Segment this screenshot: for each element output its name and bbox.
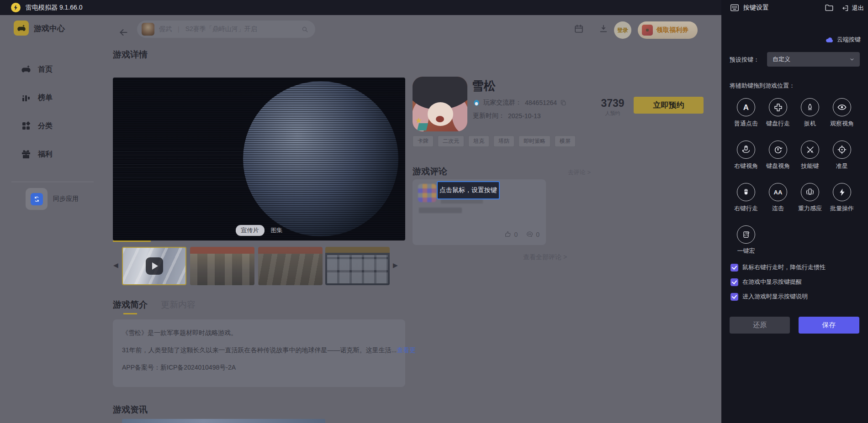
reply-button[interactable]: 0 [526,230,540,238]
search-icon[interactable] [301,26,309,33]
sidebar-divider [11,182,94,182]
tag[interactable]: 坦克 [468,136,489,147]
tab-gallery[interactable]: 图集 [271,226,283,235]
game-icon[interactable]: ★ [413,77,467,131]
preset-label: 预设按键： [730,56,759,64]
sidebar-item-label: 分类 [38,121,53,131]
key-right-click-view[interactable]: 右键视角 [730,141,762,172]
eye-icon [833,98,851,116]
app-logo-icon [11,3,21,12]
key-macro[interactable]: </> 一键宏 [730,225,762,256]
reserve-now-button[interactable]: 立即预约 [634,97,704,114]
preset-dropdown[interactable]: 自定义 [767,52,860,67]
key-trigger[interactable]: 扳机 [794,98,826,129]
copy-icon[interactable] [560,99,566,106]
main-window: 游戏中心 首页 榜单 分类 [0,15,721,423]
login-button[interactable]: 登录 [614,21,631,39]
restore-button[interactable]: 还原 [730,317,790,334]
reserve-unit: 人预约 [592,110,633,117]
view-all-comments-link[interactable]: 查看全部评论 > [523,253,567,261]
tag[interactable]: 卡牌 [413,136,434,147]
key-combo[interactable]: AA 连击 [762,183,794,214]
thumbnail-video[interactable] [122,247,186,285]
key-watch-view[interactable]: 观察视角 [826,98,858,129]
sync-apps-button[interactable] [26,188,48,210]
download-icon[interactable] [598,24,609,34]
search-bar[interactable]: 偓武｜S2赛季「鼎峙山河」开启 [137,21,315,38]
thumbnail-screenshot-3[interactable] [325,247,390,285]
gift-icon [21,149,32,160]
screen: 雷电模拟器 9.1.66.0 游戏中心 首页 榜单 [0,0,868,423]
sidebar-item-categories[interactable]: 分类 [21,120,94,132]
search-game-avatar [142,23,154,36]
tag[interactable]: 塔防 [493,136,514,147]
update-date: 2025-10-13 [508,112,541,120]
exit-button[interactable]: 退出 [842,4,864,12]
option-show-key-guide[interactable]: 进入游戏时显示按键说明 [730,292,808,301]
tab-game-intro[interactable]: 游戏简介 [113,299,148,311]
crosshair-icon [833,141,851,159]
save-button[interactable]: 保存 [799,317,859,334]
dpad-cross-icon [769,98,787,116]
back-button[interactable] [118,27,129,38]
thumbnail-screenshot-1[interactable] [190,247,254,285]
option-reduce-inertia[interactable]: 鼠标右键行走时，降低行走惯性 [730,263,826,272]
key-batch-operation[interactable]: 批量操作 [826,183,858,214]
sidebar-item-benefits[interactable]: 福利 [21,148,94,160]
news-title: 游戏资讯 [113,404,148,416]
video-scanlines [113,78,405,240]
folder-icon[interactable] [825,4,834,12]
exit-label: 退出 [852,4,864,12]
keyboard-icon [730,4,739,12]
coupon-button[interactable]: 领取福利券 [638,21,698,39]
key-skill[interactable]: 技能键 [794,141,826,172]
trailer-video[interactable]: 宣传片 图集 [113,78,405,240]
tag[interactable]: 横屏 [555,136,576,147]
checkbox-checked-icon[interactable] [730,278,738,286]
letter-aa-icon: AA [769,183,787,201]
thumbs-up-icon [504,230,512,238]
qq-icon [473,99,480,106]
active-tab-underline [123,313,137,314]
checkbox-checked-icon[interactable] [730,293,738,301]
go-comment-link[interactable]: 去评论 > [562,168,591,177]
carousel-left-arrow[interactable]: ◀ [113,261,118,269]
key-crosshair[interactable]: 准星 [826,141,858,172]
key-keyboard-walk[interactable]: 键盘行走 [762,98,794,129]
category-grid-icon [21,120,32,131]
calendar-icon[interactable] [574,24,584,34]
key-type-grid: A 普通点击 键盘行走 扳机 [730,98,859,268]
update-time-row: 更新时间：2025-10-13 [473,112,541,120]
comment-date-blurred [441,199,483,204]
reply-count: 0 [536,231,540,238]
option-show-key-hints[interactable]: 在游戏中显示按键提醒 [730,278,802,286]
phone-tilt-icon [801,183,819,201]
key-normal-click[interactable]: A 普通点击 [730,98,762,129]
panel-title: 按键设置 [743,4,769,12]
thumbnail-screenshot-2[interactable] [258,247,323,285]
bullet-icon [801,98,819,116]
see-more-link[interactable]: 查看更 [397,346,416,354]
sidebar-item-home[interactable]: 首页 [21,63,94,75]
sidebar-item-label: 榜单 [38,93,53,103]
carousel-right-arrow[interactable]: ▶ [393,261,398,269]
sidebar-item-rankings[interactable]: 榜单 [21,92,94,104]
preset-value: 自定义 [773,55,790,63]
cloud-keys-button[interactable]: 云端按键 [826,36,861,44]
game-name: 雪松 [472,78,496,94]
game-center-title: 游戏中心 [34,23,65,34]
tag[interactable]: 即时策略 [519,136,550,147]
like-button[interactable]: 0 [504,230,518,238]
play-icon [146,257,163,275]
chevron-down-icon [849,56,855,63]
checkbox-checked-icon[interactable] [730,264,738,272]
tag[interactable]: 二次元 [438,136,464,147]
key-keyboard-view[interactable]: 键盘视角 [762,141,794,172]
rotate-view-icon [769,141,787,159]
group-label: 玩家交流群： [483,99,522,107]
login-label: 登录 [617,26,628,34]
key-gravity-sensor[interactable]: 重力感应 [794,183,826,214]
tab-update-content[interactable]: 更新内容 [161,299,196,311]
tab-trailer[interactable]: 宣传片 [236,225,265,236]
key-right-click-walk[interactable]: 右键行走 [730,183,762,214]
